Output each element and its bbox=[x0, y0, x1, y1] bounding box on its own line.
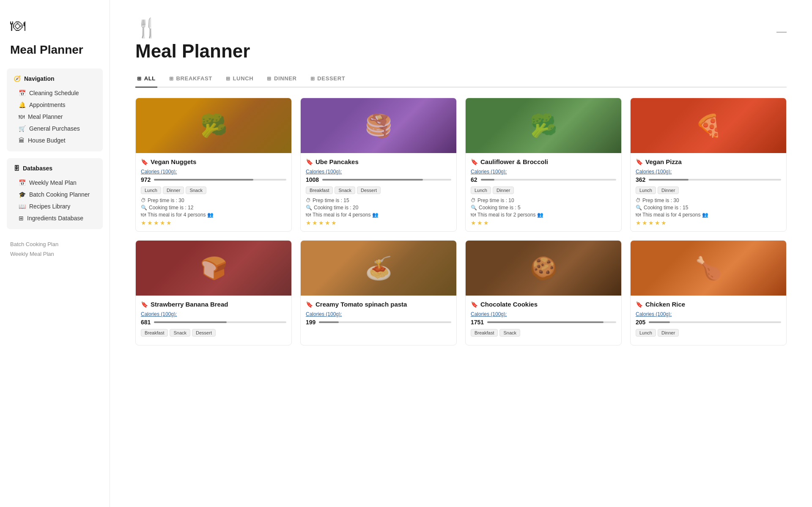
navigation-icon: 🧭 bbox=[14, 75, 21, 82]
recipe-card-chocolate-cookies[interactable]: 🍪🔖Chocolate CookiesCalories (100g):1751B… bbox=[465, 240, 622, 345]
recipe-name-row: 🔖Chicken Rice bbox=[636, 301, 781, 308]
tab-dinner-icon: ⊞ bbox=[267, 76, 272, 82]
tab-lunch-icon: ⊞ bbox=[226, 76, 230, 82]
calories-bar bbox=[487, 321, 616, 323]
star-0: ★ bbox=[306, 219, 311, 226]
calories-bar bbox=[319, 321, 451, 323]
tab-dessert[interactable]: ⊞ DESSERT bbox=[309, 72, 347, 88]
bookmark-icon: 🔖 bbox=[306, 159, 313, 165]
bookmark-icon: 🔖 bbox=[306, 301, 313, 308]
sidebar: 🍽 Meal Planner 🧭 Navigation 📅 Cleaning S… bbox=[0, 0, 110, 507]
bookmark-icon: 🔖 bbox=[636, 301, 643, 308]
persons-icon: 🍽 bbox=[636, 212, 641, 218]
databases-header: 🗄 Databases bbox=[10, 163, 99, 173]
star-1: ★ bbox=[147, 219, 153, 226]
tag-breakfast: Breakfast bbox=[306, 186, 333, 194]
tab-breakfast[interactable]: ⊞ BREAKFAST bbox=[167, 72, 214, 88]
tags-row: LunchDinner bbox=[636, 186, 781, 194]
tags-row: LunchDinnerSnack bbox=[141, 186, 286, 194]
calories-bar-fill bbox=[487, 321, 603, 323]
bookmark-icon: 🔖 bbox=[471, 159, 478, 165]
cooking-time-row: 🔍Cooking time is : 20 bbox=[306, 205, 451, 211]
sidebar-item-cleaning-schedule[interactable]: 📅 Cleaning Schedule bbox=[10, 87, 99, 99]
calories-label: Calories (100g): bbox=[306, 169, 451, 175]
tab-dinner[interactable]: ⊞ DINNER bbox=[265, 72, 298, 88]
calories-bar-fill bbox=[154, 321, 227, 323]
sidebar-item-house-budget[interactable]: 🏛 House Budget bbox=[10, 134, 99, 146]
app-title: Meal Planner bbox=[7, 43, 103, 57]
book-icon: 📖 bbox=[19, 203, 26, 210]
prep-time-value: Prep time is : 30 bbox=[642, 197, 679, 203]
sidebar-item-general-purchases[interactable]: 🛒 General Purchases bbox=[10, 123, 99, 134]
grid-icon: ⊞ bbox=[19, 215, 24, 222]
tag-lunch: Lunch bbox=[636, 186, 656, 194]
recipe-name-row: 🔖Strawberry Banana Bread bbox=[141, 301, 286, 308]
tab-lunch[interactable]: ⊞ LUNCH bbox=[224, 72, 255, 88]
main-title: Meal Planner bbox=[135, 41, 250, 62]
sidebar-item-weekly-meal-plan[interactable]: 📅 Weekly Meal Plan bbox=[10, 177, 99, 189]
star-0: ★ bbox=[636, 219, 641, 226]
recipe-card-vegan-nuggets[interactable]: 🥦🔖Vegan NuggetsCalories (100g):972LunchD… bbox=[135, 98, 292, 232]
calories-bar-fill bbox=[649, 179, 689, 181]
recipe-card-creamy-tomato-spinach-pasta[interactable]: 🍝🔖Creamy Tomato spinach pastaCalories (1… bbox=[300, 240, 457, 345]
calories-value: 205 bbox=[636, 319, 645, 326]
recipe-card-chicken-rice[interactable]: 🍗🔖Chicken RiceCalories (100g):205LunchDi… bbox=[630, 240, 787, 345]
minimize-button[interactable]: — bbox=[776, 25, 787, 37]
prep-time-value: Prep time is : 10 bbox=[477, 197, 514, 203]
calories-value: 972 bbox=[141, 176, 151, 183]
recipe-image-vegan-nuggets: 🥦 bbox=[136, 98, 291, 153]
star-2: ★ bbox=[154, 219, 159, 226]
calories-label: Calories (100g): bbox=[471, 311, 616, 317]
sidebar-item-appointments[interactable]: 🔔 Appointments bbox=[10, 99, 99, 111]
cutlery-icon: 🍽 bbox=[19, 113, 25, 120]
cooking-icon: 🎓 bbox=[19, 191, 26, 198]
recipe-name-row: 🔖Vegan Nuggets bbox=[141, 158, 286, 165]
tags-row: BreakfastSnackDessert bbox=[141, 329, 286, 337]
recipe-name-row: 🔖Chocolate Cookies bbox=[471, 301, 616, 308]
bookmark-icon: 🔖 bbox=[141, 301, 148, 308]
sidebar-item-batch-cooking-planner[interactable]: 🎓 Batch Cooking Planner bbox=[10, 189, 99, 200]
calories-bar bbox=[649, 179, 781, 181]
sidebar-item-meal-planner[interactable]: 🍽 Meal Planner bbox=[10, 111, 99, 123]
calories-label: Calories (100g): bbox=[306, 311, 451, 317]
bookmark-icon: 🔖 bbox=[141, 159, 148, 165]
sidebar-footer-weekly-meal-plan[interactable]: Weekly Meal Plan bbox=[10, 249, 103, 259]
databases-section: 🗄 Databases 📅 Weekly Meal Plan 🎓 Batch C… bbox=[7, 158, 103, 229]
star-0: ★ bbox=[141, 219, 146, 226]
tag-snack: Snack bbox=[170, 329, 190, 337]
cooking-time-value: Cooking time is : 20 bbox=[314, 205, 358, 211]
sidebar-item-ingredients-database[interactable]: ⊞ Ingredients Database bbox=[10, 212, 99, 224]
calories-label: Calories (100g): bbox=[141, 169, 286, 175]
tab-all-icon: ⊞ bbox=[137, 76, 142, 82]
recipe-image-ube-pancakes: 🥞 bbox=[301, 98, 456, 153]
tag-lunch: Lunch bbox=[636, 329, 656, 337]
recipe-card-vegan-pizza[interactable]: 🍕🔖Vegan PizzaCalories (100g):362LunchDin… bbox=[630, 98, 787, 232]
calories-bar bbox=[322, 179, 451, 181]
star-4: ★ bbox=[661, 219, 667, 226]
tag-breakfast: Breakfast bbox=[471, 329, 498, 337]
navigation-section: 🧭 Navigation 📅 Cleaning Schedule 🔔 Appoi… bbox=[7, 69, 103, 151]
recipe-card-cauliflower-broccoli[interactable]: 🥦🔖Cauliflower & BroccoliCalories (100g):… bbox=[465, 98, 622, 232]
calories-value: 199 bbox=[306, 319, 315, 326]
recipe-card-ube-pancakes[interactable]: 🥞🔖Ube PancakesCalories (100g):1008Breakf… bbox=[300, 98, 457, 232]
calories-label: Calories (100g): bbox=[471, 169, 616, 175]
star-4: ★ bbox=[331, 219, 337, 226]
bookmark-icon: 🔖 bbox=[471, 301, 478, 308]
sidebar-footer: Batch Cooking Plan Weekly Meal Plan bbox=[7, 239, 103, 259]
star-2: ★ bbox=[318, 219, 324, 226]
calendar-db-icon: 📅 bbox=[19, 179, 26, 186]
tab-all[interactable]: ⊞ ALL bbox=[135, 72, 157, 88]
calories-row: 1751 bbox=[471, 319, 616, 326]
app-logo-icon: 🍽 bbox=[7, 17, 103, 35]
calories-bar bbox=[649, 321, 781, 323]
cook-icon: 🔍 bbox=[471, 205, 477, 211]
sidebar-footer-batch-cooking[interactable]: Batch Cooking Plan bbox=[10, 239, 103, 249]
persons-icon: 🍽 bbox=[306, 212, 311, 218]
bell-icon: 🔔 bbox=[19, 101, 26, 108]
recipe-image-cauliflower-broccoli: 🥦 bbox=[466, 98, 621, 153]
sidebar-item-recipes-library[interactable]: 📖 Recipes Library bbox=[10, 200, 99, 212]
calories-row: 1008 bbox=[306, 176, 451, 183]
main-content: 🍴 Meal Planner — ⊞ ALL ⊞ BREAKFAST ⊞ LUN… bbox=[110, 0, 812, 507]
recipe-card-strawberry-banana-bread[interactable]: 🍞🔖Strawberry Banana BreadCalories (100g)… bbox=[135, 240, 292, 345]
tag-dinner: Dinner bbox=[658, 329, 679, 337]
